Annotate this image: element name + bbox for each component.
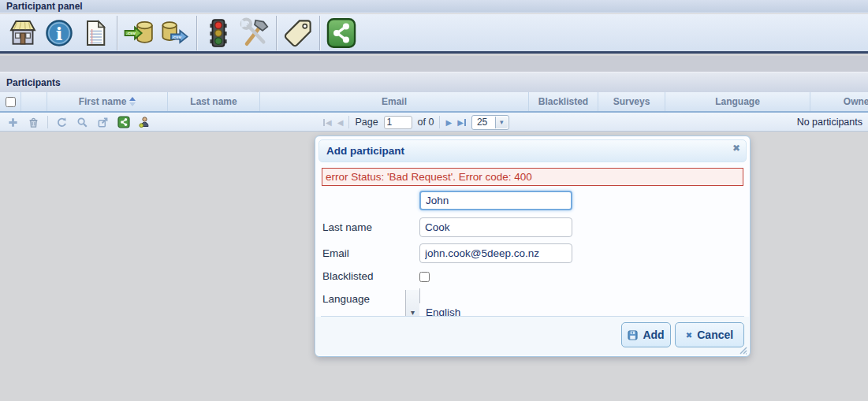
csv-export-button[interactable]: .csv xyxy=(157,16,193,50)
select-all-cell xyxy=(0,92,21,111)
toolbar-separator xyxy=(47,116,48,128)
delete-participant-button[interactable] xyxy=(27,116,40,129)
sort-icons xyxy=(129,97,136,106)
cancel-button-label: Cancel xyxy=(697,329,733,341)
email-label: Email xyxy=(322,243,415,263)
pager-next-button[interactable]: ▶ xyxy=(445,118,452,127)
blacklist-button[interactable] xyxy=(200,16,237,50)
dialog-titlebar[interactable]: Add participant xyxy=(319,139,747,162)
grid-toolbar-buttons xyxy=(6,113,151,132)
column-header-first-name[interactable]: First name xyxy=(47,92,168,111)
grid-toolbar: ◀ ◀ Page of 0 ▶ ▶ 25 ▾ No participants xyxy=(0,113,868,132)
pager-first-button[interactable]: ◀ xyxy=(323,118,332,127)
close-icon[interactable]: ✖ xyxy=(732,143,740,153)
toolbar-separator xyxy=(276,16,277,50)
pager-prev-button[interactable]: ◀ xyxy=(337,118,344,127)
home-button[interactable] xyxy=(5,16,41,50)
notes-button[interactable] xyxy=(77,16,114,50)
home-icon xyxy=(7,17,39,49)
select-all-checkbox[interactable] xyxy=(6,97,16,107)
cancel-x-icon: ✖ xyxy=(686,331,692,340)
blacklisted-label: Blacklisted xyxy=(322,269,415,284)
participants-section-title: Participants xyxy=(0,72,868,92)
trash-icon xyxy=(28,117,39,128)
pager: ◀ ◀ Page of 0 ▶ ▶ 25 ▾ xyxy=(323,113,509,132)
blacklisted-checkbox[interactable] xyxy=(419,272,430,282)
column-header-blacklisted[interactable]: Blacklisted xyxy=(529,92,598,111)
first-name-field[interactable] xyxy=(419,191,572,210)
main-toolbar: i .csv .csv xyxy=(0,14,868,54)
chevron-down-icon: ▾ xyxy=(495,117,508,128)
csv-import-button[interactable]: .csv xyxy=(121,16,157,50)
add-participant-dialog: Add participant ✖ error Status: 'Bad Req… xyxy=(315,136,751,357)
cancel-button[interactable]: ✖ Cancel xyxy=(675,322,744,347)
toolbar-separator xyxy=(196,16,197,50)
last-name-field[interactable] xyxy=(419,217,572,237)
column-header-actions[interactable] xyxy=(21,92,47,111)
svg-text:.csv: .csv xyxy=(126,30,136,35)
search-icon xyxy=(76,117,88,128)
add-button[interactable]: Add xyxy=(621,322,671,347)
share-button[interactable] xyxy=(323,16,359,50)
csv-export-icon: .csv xyxy=(158,17,192,49)
traffic-light-icon xyxy=(203,17,234,49)
sort-desc-icon xyxy=(129,102,136,106)
page-number-input[interactable] xyxy=(384,116,412,129)
add-participant-button[interactable] xyxy=(6,116,20,129)
attributes-button[interactable] xyxy=(280,16,316,50)
spacer-band xyxy=(0,56,868,72)
column-label: First name xyxy=(79,92,127,111)
page-title: Participant panel xyxy=(0,0,868,13)
last-name-label: Last name xyxy=(322,217,415,237)
status-text: No participants xyxy=(797,113,862,132)
info-icon: i xyxy=(43,17,75,49)
user-export-icon xyxy=(138,116,151,128)
reload-button[interactable] xyxy=(55,116,69,129)
plus-icon xyxy=(7,117,19,128)
settings-button[interactable] xyxy=(237,16,273,50)
resize-handle-icon[interactable] xyxy=(739,346,747,355)
svg-text:.csv: .csv xyxy=(172,33,182,39)
share-participant-button[interactable] xyxy=(117,116,130,129)
email-field[interactable] xyxy=(419,243,572,263)
tag-icon xyxy=(282,17,314,49)
participants-table-header: First name Last name Email Blacklisted S… xyxy=(0,92,868,113)
pager-separator xyxy=(439,116,440,128)
export-user-button[interactable] xyxy=(137,116,151,129)
column-header-last-name[interactable]: Last name xyxy=(168,92,260,111)
column-header-language[interactable]: Language xyxy=(665,92,810,111)
csv-import-icon: .csv xyxy=(122,17,155,49)
external-window-icon xyxy=(97,117,109,128)
open-window-button[interactable] xyxy=(96,116,110,129)
column-header-email[interactable]: Email xyxy=(260,92,529,111)
tools-icon xyxy=(239,17,270,49)
save-disk-icon xyxy=(628,330,638,340)
language-label: Language xyxy=(322,289,415,309)
svg-text:i: i xyxy=(56,23,63,43)
document-icon xyxy=(80,17,111,49)
error-message: error Status: 'Bad Request'. Error code:… xyxy=(322,168,743,186)
toolbar-separator xyxy=(319,16,320,50)
pager-separator xyxy=(348,116,349,128)
search-button[interactable] xyxy=(76,116,89,129)
page-size-select[interactable]: 25 ▾ xyxy=(471,115,509,130)
info-button[interactable]: i xyxy=(41,16,77,50)
column-header-surveys[interactable]: Surveys xyxy=(598,92,665,111)
add-button-label: Add xyxy=(643,329,664,341)
column-header-owner[interactable]: Owner xyxy=(810,92,868,111)
pager-page-label: Page xyxy=(355,117,378,128)
toolbar-separator xyxy=(117,16,117,50)
pager-last-button[interactable]: ▶ xyxy=(457,118,466,127)
share-small-icon xyxy=(117,116,130,128)
sort-asc-icon xyxy=(129,97,136,101)
refresh-icon xyxy=(56,117,68,128)
pager-of-label: of 0 xyxy=(418,117,434,128)
dialog-title: Add participant xyxy=(326,145,404,157)
share-icon xyxy=(325,17,358,50)
